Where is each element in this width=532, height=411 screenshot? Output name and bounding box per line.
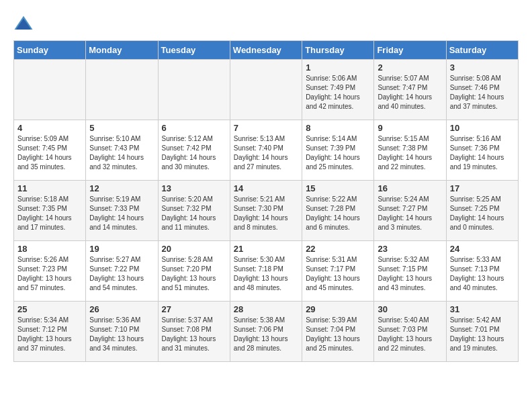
- calendar-cell: 13Sunrise: 5:20 AM Sunset: 7:32 PM Dayli…: [158, 181, 230, 241]
- calendar-cell: 14Sunrise: 5:21 AM Sunset: 7:30 PM Dayli…: [230, 181, 302, 241]
- day-detail: Sunrise: 5:28 AM Sunset: 7:20 PM Dayligh…: [162, 255, 226, 293]
- day-detail: Sunrise: 5:08 AM Sunset: 7:46 PM Dayligh…: [450, 74, 515, 111]
- day-number: 19: [89, 244, 154, 254]
- calendar-cell: 22Sunrise: 5:31 AM Sunset: 7:17 PM Dayli…: [302, 241, 374, 302]
- day-number: 11: [17, 183, 82, 193]
- column-header-wednesday: Wednesday: [230, 41, 302, 60]
- day-number: 14: [234, 183, 298, 193]
- calendar-week-row: 1Sunrise: 5:06 AM Sunset: 7:49 PM Daylig…: [14, 60, 519, 120]
- day-detail: Sunrise: 5:31 AM Sunset: 7:17 PM Dayligh…: [306, 255, 370, 293]
- day-number: 5: [89, 123, 154, 133]
- day-detail: Sunrise: 5:32 AM Sunset: 7:15 PM Dayligh…: [378, 255, 442, 293]
- day-number: 9: [378, 123, 442, 133]
- column-header-saturday: Saturday: [446, 41, 518, 60]
- day-detail: Sunrise: 5:18 AM Sunset: 7:35 PM Dayligh…: [17, 195, 82, 232]
- day-detail: Sunrise: 5:19 AM Sunset: 7:33 PM Dayligh…: [89, 195, 154, 232]
- calendar-cell: 16Sunrise: 5:24 AM Sunset: 7:27 PM Dayli…: [374, 181, 446, 241]
- day-detail: Sunrise: 5:12 AM Sunset: 7:42 PM Dayligh…: [162, 134, 226, 172]
- day-detail: Sunrise: 5:33 AM Sunset: 7:13 PM Dayligh…: [450, 255, 515, 293]
- day-detail: Sunrise: 5:38 AM Sunset: 7:06 PM Dayligh…: [234, 316, 298, 353]
- calendar-cell: 27Sunrise: 5:37 AM Sunset: 7:08 PM Dayli…: [158, 302, 230, 362]
- page-header: [13, 13, 519, 34]
- column-header-monday: Monday: [86, 41, 158, 60]
- calendar-cell: 12Sunrise: 5:19 AM Sunset: 7:33 PM Dayli…: [86, 181, 158, 241]
- day-number: 21: [234, 244, 298, 254]
- calendar-cell: 15Sunrise: 5:22 AM Sunset: 7:28 PM Dayli…: [302, 181, 374, 241]
- day-detail: Sunrise: 5:21 AM Sunset: 7:30 PM Dayligh…: [234, 195, 298, 232]
- day-detail: Sunrise: 5:25 AM Sunset: 7:25 PM Dayligh…: [450, 195, 515, 232]
- logo-icon: [13, 13, 34, 34]
- day-number: 29: [306, 304, 370, 314]
- day-number: 22: [306, 244, 370, 254]
- calendar-cell: 19Sunrise: 5:27 AM Sunset: 7:22 PM Dayli…: [86, 241, 158, 302]
- day-number: 26: [89, 304, 154, 314]
- day-detail: Sunrise: 5:07 AM Sunset: 7:47 PM Dayligh…: [378, 74, 442, 111]
- calendar-cell: 30Sunrise: 5:40 AM Sunset: 7:03 PM Dayli…: [374, 302, 446, 362]
- calendar-cell: 9Sunrise: 5:15 AM Sunset: 7:38 PM Daylig…: [374, 120, 446, 181]
- day-detail: Sunrise: 5:20 AM Sunset: 7:32 PM Dayligh…: [162, 195, 226, 232]
- day-number: 15: [306, 183, 370, 193]
- day-number: 20: [162, 244, 226, 254]
- calendar-cell: 23Sunrise: 5:32 AM Sunset: 7:15 PM Dayli…: [374, 241, 446, 302]
- calendar-cell: 4Sunrise: 5:09 AM Sunset: 7:45 PM Daylig…: [14, 120, 86, 181]
- calendar-cell: 17Sunrise: 5:25 AM Sunset: 7:25 PM Dayli…: [446, 181, 518, 241]
- day-number: 4: [17, 123, 82, 133]
- day-detail: Sunrise: 5:24 AM Sunset: 7:27 PM Dayligh…: [378, 195, 442, 232]
- calendar-week-row: 4Sunrise: 5:09 AM Sunset: 7:45 PM Daylig…: [14, 120, 519, 181]
- calendar-cell: 1Sunrise: 5:06 AM Sunset: 7:49 PM Daylig…: [302, 60, 374, 120]
- day-number: 13: [162, 183, 226, 193]
- day-detail: Sunrise: 5:40 AM Sunset: 7:03 PM Dayligh…: [378, 316, 442, 353]
- day-detail: Sunrise: 5:39 AM Sunset: 7:04 PM Dayligh…: [306, 316, 370, 353]
- day-detail: Sunrise: 5:06 AM Sunset: 7:49 PM Dayligh…: [306, 74, 370, 111]
- day-number: 2: [378, 62, 442, 73]
- calendar-cell: 7Sunrise: 5:13 AM Sunset: 7:40 PM Daylig…: [230, 120, 302, 181]
- calendar-cell: 24Sunrise: 5:33 AM Sunset: 7:13 PM Dayli…: [446, 241, 518, 302]
- day-detail: Sunrise: 5:27 AM Sunset: 7:22 PM Dayligh…: [89, 255, 154, 293]
- calendar-cell: [158, 60, 230, 120]
- day-number: 24: [450, 244, 515, 254]
- day-detail: Sunrise: 5:37 AM Sunset: 7:08 PM Dayligh…: [162, 316, 226, 353]
- calendar-cell: [230, 60, 302, 120]
- day-detail: Sunrise: 5:30 AM Sunset: 7:18 PM Dayligh…: [234, 255, 298, 293]
- calendar-cell: [14, 60, 86, 120]
- day-number: 12: [89, 183, 154, 193]
- calendar-cell: 11Sunrise: 5:18 AM Sunset: 7:35 PM Dayli…: [14, 181, 86, 241]
- day-number: 18: [17, 244, 82, 254]
- day-number: 16: [378, 183, 442, 193]
- day-detail: Sunrise: 5:42 AM Sunset: 7:01 PM Dayligh…: [450, 316, 515, 353]
- calendar-week-row: 25Sunrise: 5:34 AM Sunset: 7:12 PM Dayli…: [14, 302, 519, 362]
- column-header-thursday: Thursday: [302, 41, 374, 60]
- calendar-cell: 25Sunrise: 5:34 AM Sunset: 7:12 PM Dayli…: [14, 302, 86, 362]
- calendar-cell: [86, 60, 158, 120]
- day-number: 30: [378, 304, 442, 314]
- day-detail: Sunrise: 5:36 AM Sunset: 7:10 PM Dayligh…: [89, 316, 154, 353]
- day-number: 28: [234, 304, 298, 314]
- calendar-cell: 29Sunrise: 5:39 AM Sunset: 7:04 PM Dayli…: [302, 302, 374, 362]
- day-detail: Sunrise: 5:14 AM Sunset: 7:39 PM Dayligh…: [306, 134, 370, 172]
- day-detail: Sunrise: 5:15 AM Sunset: 7:38 PM Dayligh…: [378, 134, 442, 172]
- day-number: 10: [450, 123, 515, 133]
- calendar-cell: 8Sunrise: 5:14 AM Sunset: 7:39 PM Daylig…: [302, 120, 374, 181]
- day-number: 25: [17, 304, 82, 314]
- calendar-cell: 18Sunrise: 5:26 AM Sunset: 7:23 PM Dayli…: [14, 241, 86, 302]
- day-number: 23: [378, 244, 442, 254]
- calendar-cell: 31Sunrise: 5:42 AM Sunset: 7:01 PM Dayli…: [446, 302, 518, 362]
- column-header-friday: Friday: [374, 41, 446, 60]
- calendar-week-row: 18Sunrise: 5:26 AM Sunset: 7:23 PM Dayli…: [14, 241, 519, 302]
- day-number: 6: [162, 123, 226, 133]
- day-number: 1: [306, 62, 370, 73]
- column-header-sunday: Sunday: [14, 41, 86, 60]
- day-number: 17: [450, 183, 515, 193]
- calendar-cell: 5Sunrise: 5:10 AM Sunset: 7:43 PM Daylig…: [86, 120, 158, 181]
- calendar-header-row: SundayMondayTuesdayWednesdayThursdayFrid…: [14, 41, 519, 60]
- day-detail: Sunrise: 5:16 AM Sunset: 7:36 PM Dayligh…: [450, 134, 515, 172]
- calendar-cell: 2Sunrise: 5:07 AM Sunset: 7:47 PM Daylig…: [374, 60, 446, 120]
- day-number: 7: [234, 123, 298, 133]
- logo: [13, 13, 36, 34]
- day-detail: Sunrise: 5:22 AM Sunset: 7:28 PM Dayligh…: [306, 195, 370, 232]
- day-detail: Sunrise: 5:10 AM Sunset: 7:43 PM Dayligh…: [89, 134, 154, 172]
- calendar-cell: 21Sunrise: 5:30 AM Sunset: 7:18 PM Dayli…: [230, 241, 302, 302]
- calendar-cell: 28Sunrise: 5:38 AM Sunset: 7:06 PM Dayli…: [230, 302, 302, 362]
- day-number: 8: [306, 123, 370, 133]
- calendar-cell: 20Sunrise: 5:28 AM Sunset: 7:20 PM Dayli…: [158, 241, 230, 302]
